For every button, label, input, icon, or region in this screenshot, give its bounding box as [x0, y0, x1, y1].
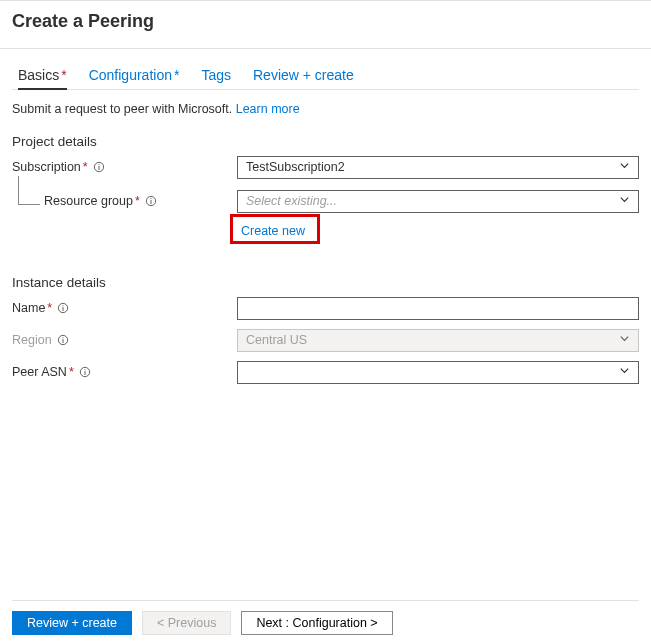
tab-required-indicator: * — [61, 67, 66, 83]
review-create-button[interactable]: Review + create — [12, 611, 132, 635]
chevron-down-icon — [619, 160, 630, 174]
next-configuration-button[interactable]: Next : Configuration > — [241, 611, 392, 635]
peer-asn-select[interactable] — [237, 361, 639, 384]
subscription-label: Subscription — [12, 160, 81, 174]
tab-review-create[interactable]: Review + create — [253, 67, 354, 89]
tab-required-indicator: * — [174, 67, 179, 83]
svg-point-2 — [98, 164, 99, 165]
info-icon[interactable] — [145, 195, 157, 207]
tab-tags-label: Tags — [201, 67, 231, 83]
chevron-down-icon — [619, 194, 630, 208]
name-label: Name — [12, 301, 45, 315]
peer-asn-label: Peer ASN — [12, 365, 67, 379]
project-details-heading: Project details — [12, 134, 639, 149]
resource-group-row: Resource group * Select existing... — [12, 189, 639, 213]
peer-asn-row: Peer ASN * — [12, 360, 639, 384]
chevron-down-icon — [619, 365, 630, 379]
create-new-link[interactable]: Create new — [237, 221, 309, 241]
svg-point-14 — [84, 369, 85, 370]
subscription-row: Subscription * TestSubscription2 — [12, 155, 639, 179]
required-star: * — [135, 194, 140, 208]
required-star: * — [69, 365, 74, 379]
description-text: Submit a request to peer with Microsoft. — [12, 102, 232, 116]
svg-point-11 — [62, 337, 63, 338]
create-new-wrap: Create new — [237, 221, 639, 245]
previous-button: < Previous — [142, 611, 231, 635]
info-icon[interactable] — [57, 334, 69, 346]
resource-group-select[interactable]: Select existing... — [237, 190, 639, 213]
svg-point-8 — [63, 305, 64, 306]
instance-details-heading: Instance details — [12, 275, 639, 290]
name-input[interactable] — [237, 297, 639, 320]
required-star: * — [47, 301, 52, 315]
subscription-value: TestSubscription2 — [246, 160, 345, 174]
tab-basics[interactable]: Basics* — [18, 67, 67, 89]
tab-tags[interactable]: Tags — [201, 67, 231, 89]
description: Submit a request to peer with Microsoft.… — [12, 102, 639, 116]
info-icon[interactable] — [57, 302, 69, 314]
footer-bar: Review + create < Previous Next : Config… — [12, 600, 639, 635]
tabs-bar: Basics* Configuration* Tags Review + cre… — [0, 49, 651, 89]
content-area: Submit a request to peer with Microsoft.… — [0, 90, 651, 384]
region-value: Central US — [246, 333, 307, 347]
required-star: * — [83, 160, 88, 174]
region-row: Region Central US — [12, 328, 639, 352]
tree-connector-icon — [12, 192, 44, 210]
page-title: Create a Peering — [0, 1, 651, 48]
learn-more-link[interactable]: Learn more — [236, 102, 300, 116]
resource-group-placeholder: Select existing... — [246, 194, 337, 208]
name-row: Name * — [12, 296, 639, 320]
svg-point-5 — [150, 198, 151, 199]
info-icon[interactable] — [93, 161, 105, 173]
chevron-down-icon — [619, 333, 630, 347]
tab-configuration[interactable]: Configuration* — [89, 67, 180, 89]
resource-group-label: Resource group — [44, 194, 133, 208]
tab-configuration-label: Configuration — [89, 67, 172, 83]
region-select: Central US — [237, 329, 639, 352]
region-label: Region — [12, 333, 52, 347]
tab-review-label: Review + create — [253, 67, 354, 83]
subscription-select[interactable]: TestSubscription2 — [237, 156, 639, 179]
tab-basics-label: Basics — [18, 67, 59, 83]
info-icon[interactable] — [79, 366, 91, 378]
